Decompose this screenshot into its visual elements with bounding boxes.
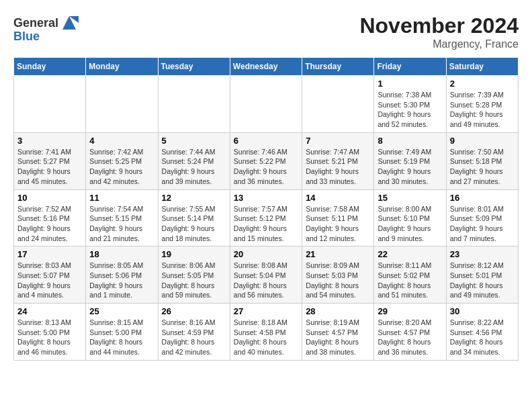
- day-number: 19: [162, 249, 226, 259]
- logo-icon: [60, 13, 79, 32]
- day-number: 9: [450, 136, 515, 146]
- calendar-week-row: 10Sunrise: 7:52 AM Sunset: 5:16 PM Dayli…: [14, 189, 519, 246]
- day-number: 20: [234, 249, 298, 259]
- calendar-week-row: 3Sunrise: 7:41 AM Sunset: 5:27 PM Daylig…: [14, 132, 519, 189]
- calendar-cell: [158, 76, 230, 133]
- day-number: 4: [89, 136, 154, 146]
- day-info: Sunrise: 8:01 AM Sunset: 5:09 PM Dayligh…: [450, 204, 515, 244]
- calendar-cell: 23Sunrise: 8:12 AM Sunset: 5:01 PM Dayli…: [446, 246, 518, 304]
- weekday-header-saturday: Saturday: [446, 58, 518, 76]
- calendar-cell: 1Sunrise: 7:38 AM Sunset: 5:30 PM Daylig…: [374, 76, 446, 133]
- day-number: 8: [378, 136, 442, 146]
- day-number: 15: [378, 193, 442, 203]
- calendar-cell: 13Sunrise: 7:57 AM Sunset: 5:12 PM Dayli…: [230, 189, 302, 246]
- calendar-cell: 28Sunrise: 8:19 AM Sunset: 4:57 PM Dayli…: [302, 304, 374, 361]
- calendar-cell: 9Sunrise: 7:50 AM Sunset: 5:18 PM Daylig…: [446, 132, 518, 189]
- day-info: Sunrise: 7:50 AM Sunset: 5:18 PM Dayligh…: [450, 147, 515, 187]
- day-info: Sunrise: 7:55 AM Sunset: 5:14 PM Dayligh…: [162, 204, 226, 244]
- day-info: Sunrise: 7:58 AM Sunset: 5:11 PM Dayligh…: [306, 204, 370, 244]
- day-number: 22: [378, 249, 442, 259]
- month-title: November 2024: [359, 13, 519, 38]
- calendar-cell: 17Sunrise: 8:03 AM Sunset: 5:07 PM Dayli…: [14, 246, 86, 304]
- calendar-cell: 16Sunrise: 8:01 AM Sunset: 5:09 PM Dayli…: [446, 189, 518, 246]
- calendar-cell: [230, 76, 302, 133]
- day-number: 28: [306, 306, 370, 316]
- calendar-cell: 22Sunrise: 8:11 AM Sunset: 5:02 PM Dayli…: [374, 246, 446, 304]
- day-info: Sunrise: 8:11 AM Sunset: 5:02 PM Dayligh…: [378, 261, 442, 300]
- day-info: Sunrise: 8:13 AM Sunset: 5:00 PM Dayligh…: [17, 318, 82, 357]
- calendar-week-row: 17Sunrise: 8:03 AM Sunset: 5:07 PM Dayli…: [14, 246, 519, 304]
- day-number: 1: [378, 79, 442, 89]
- calendar-week-row: 1Sunrise: 7:38 AM Sunset: 5:30 PM Daylig…: [14, 76, 519, 133]
- day-number: 14: [306, 193, 370, 203]
- day-info: Sunrise: 8:08 AM Sunset: 5:04 PM Dayligh…: [234, 261, 298, 300]
- calendar-cell: 12Sunrise: 7:55 AM Sunset: 5:14 PM Dayli…: [158, 189, 230, 246]
- calendar-cell: [302, 76, 374, 133]
- calendar-cell: 18Sunrise: 8:05 AM Sunset: 5:06 PM Dayli…: [86, 246, 158, 304]
- weekday-header-wednesday: Wednesday: [230, 58, 302, 76]
- day-info: Sunrise: 7:57 AM Sunset: 5:12 PM Dayligh…: [234, 204, 298, 244]
- location-subtitle: Margency, France: [359, 38, 519, 50]
- day-info: Sunrise: 7:49 AM Sunset: 5:19 PM Dayligh…: [378, 147, 442, 187]
- day-number: 29: [378, 306, 442, 316]
- calendar-cell: [86, 76, 158, 133]
- calendar-cell: 4Sunrise: 7:42 AM Sunset: 5:25 PM Daylig…: [86, 132, 158, 189]
- day-info: Sunrise: 8:06 AM Sunset: 5:05 PM Dayligh…: [162, 261, 226, 300]
- calendar-cell: 26Sunrise: 8:16 AM Sunset: 4:59 PM Dayli…: [158, 304, 230, 361]
- weekday-header-sunday: Sunday: [14, 58, 86, 76]
- day-number: 12: [162, 193, 226, 203]
- weekday-header-thursday: Thursday: [302, 58, 374, 76]
- day-number: 13: [234, 193, 298, 203]
- calendar-cell: 25Sunrise: 8:15 AM Sunset: 5:00 PM Dayli…: [86, 304, 158, 361]
- day-info: Sunrise: 8:15 AM Sunset: 5:00 PM Dayligh…: [89, 318, 154, 357]
- day-number: 30: [450, 306, 515, 316]
- day-info: Sunrise: 8:00 AM Sunset: 5:10 PM Dayligh…: [378, 204, 442, 244]
- day-info: Sunrise: 7:46 AM Sunset: 5:22 PM Dayligh…: [234, 147, 298, 187]
- day-info: Sunrise: 8:16 AM Sunset: 4:59 PM Dayligh…: [162, 318, 226, 357]
- calendar-cell: 2Sunrise: 7:39 AM Sunset: 5:28 PM Daylig…: [446, 76, 518, 133]
- calendar-cell: 30Sunrise: 8:22 AM Sunset: 4:56 PM Dayli…: [446, 304, 518, 361]
- day-info: Sunrise: 7:41 AM Sunset: 5:27 PM Dayligh…: [17, 147, 82, 187]
- day-number: 10: [17, 193, 82, 203]
- calendar-week-row: 24Sunrise: 8:13 AM Sunset: 5:00 PM Dayli…: [14, 304, 519, 361]
- calendar-cell: 8Sunrise: 7:49 AM Sunset: 5:19 PM Daylig…: [374, 132, 446, 189]
- day-number: 23: [450, 249, 515, 259]
- calendar-cell: 5Sunrise: 7:44 AM Sunset: 5:24 PM Daylig…: [158, 132, 230, 189]
- logo-general: General: [13, 16, 58, 30]
- title-block: November 2024 Margency, France: [359, 13, 519, 50]
- day-number: 5: [162, 136, 226, 146]
- calendar-cell: 6Sunrise: 7:46 AM Sunset: 5:22 PM Daylig…: [230, 132, 302, 189]
- day-number: 7: [306, 136, 370, 146]
- day-number: 17: [17, 249, 82, 259]
- day-number: 26: [162, 306, 226, 316]
- calendar-cell: 27Sunrise: 8:18 AM Sunset: 4:58 PM Dayli…: [230, 304, 302, 361]
- weekday-header-tuesday: Tuesday: [158, 58, 230, 76]
- day-number: 24: [17, 306, 82, 316]
- day-number: 18: [89, 249, 154, 259]
- calendar-cell: 15Sunrise: 8:00 AM Sunset: 5:10 PM Dayli…: [374, 189, 446, 246]
- day-number: 25: [89, 306, 154, 316]
- calendar-cell: 3Sunrise: 7:41 AM Sunset: 5:27 PM Daylig…: [14, 132, 86, 189]
- day-number: 11: [89, 193, 154, 203]
- day-number: 27: [234, 306, 298, 316]
- calendar-table: SundayMondayTuesdayWednesdayThursdayFrid…: [13, 57, 519, 361]
- weekday-header-row: SundayMondayTuesdayWednesdayThursdayFrid…: [14, 58, 519, 76]
- calendar-cell: [14, 76, 86, 133]
- day-number: 16: [450, 193, 515, 203]
- day-info: Sunrise: 8:22 AM Sunset: 4:56 PM Dayligh…: [450, 318, 515, 357]
- day-info: Sunrise: 8:19 AM Sunset: 4:57 PM Dayligh…: [306, 318, 370, 357]
- day-info: Sunrise: 8:18 AM Sunset: 4:58 PM Dayligh…: [234, 318, 298, 357]
- day-info: Sunrise: 8:12 AM Sunset: 5:01 PM Dayligh…: [450, 261, 515, 300]
- day-info: Sunrise: 7:38 AM Sunset: 5:30 PM Dayligh…: [378, 90, 442, 130]
- calendar-cell: 19Sunrise: 8:06 AM Sunset: 5:05 PM Dayli…: [158, 246, 230, 304]
- day-info: Sunrise: 7:54 AM Sunset: 5:15 PM Dayligh…: [89, 204, 154, 244]
- day-info: Sunrise: 8:05 AM Sunset: 5:06 PM Dayligh…: [89, 261, 154, 300]
- day-info: Sunrise: 7:52 AM Sunset: 5:16 PM Dayligh…: [17, 204, 82, 244]
- page-header: General Blue November 2024 Margency, Fra…: [13, 13, 519, 50]
- weekday-header-monday: Monday: [86, 58, 158, 76]
- day-number: 6: [234, 136, 298, 146]
- day-info: Sunrise: 8:20 AM Sunset: 4:57 PM Dayligh…: [378, 318, 442, 357]
- day-info: Sunrise: 8:03 AM Sunset: 5:07 PM Dayligh…: [17, 261, 82, 300]
- logo: General Blue: [13, 13, 79, 44]
- calendar-cell: 10Sunrise: 7:52 AM Sunset: 5:16 PM Dayli…: [14, 189, 86, 246]
